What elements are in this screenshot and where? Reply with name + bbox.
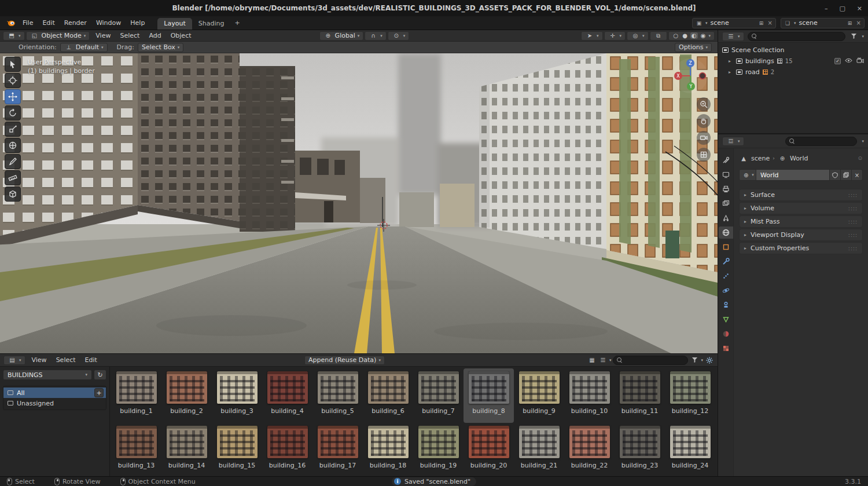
browse-world-button[interactable]: ⊕▾ <box>739 169 756 181</box>
add-workspace-button[interactable]: + <box>230 18 244 28</box>
menu-item[interactable]: Help <box>126 18 149 28</box>
asset-tile[interactable]: building_24 <box>665 423 715 476</box>
workspace-tab[interactable]: Shading <box>192 18 231 30</box>
tab-object-data[interactable] <box>719 313 733 326</box>
drag-handle-icon[interactable]: :::: <box>848 246 858 251</box>
shading-material-button[interactable]: ◐ <box>690 32 698 39</box>
expander-icon[interactable]: ▸ <box>729 59 733 64</box>
annotate-tool[interactable] <box>5 154 21 169</box>
catalog-item[interactable]: Unassigned <box>3 398 106 408</box>
asset-tile[interactable]: building_4 <box>262 368 312 423</box>
select-box-tool[interactable] <box>5 57 21 72</box>
xray-toggle[interactable]: ⧉ <box>650 31 667 41</box>
outliner-editor-type-button[interactable]: ☰▾ <box>722 32 744 41</box>
shading-solid-button[interactable]: ● <box>681 32 689 39</box>
outliner-row-buildings[interactable]: ▸ buildings 15 ✓ <box>719 56 867 67</box>
asset-tile[interactable]: building_3 <box>212 368 262 423</box>
measure-tool[interactable] <box>5 170 21 185</box>
viewport-menu-item[interactable]: Object <box>166 31 196 41</box>
properties-section[interactable]: ▸ Surface :::: <box>739 189 863 201</box>
shading-wireframe-button[interactable]: ○ <box>672 32 680 39</box>
outliner-filter-icon[interactable] <box>849 32 858 41</box>
proportional-edit-dropdown[interactable]: ⊙▾ <box>388 31 410 41</box>
tab-scene[interactable] <box>719 212 733 224</box>
navigation-gizmo[interactable]: Z X Y <box>672 58 708 94</box>
gizmos-dropdown[interactable]: ✛▾ <box>604 31 626 41</box>
minimize-button[interactable]: – <box>825 5 828 12</box>
close-button[interactable]: × <box>857 5 862 12</box>
breadcrumb-world[interactable]: World <box>790 155 808 162</box>
overlays-dropdown[interactable]: ◎▾ <box>627 31 649 41</box>
asset-tile[interactable]: building_22 <box>564 423 615 476</box>
asset-search[interactable] <box>613 356 688 365</box>
menu-item[interactable]: Edit <box>38 18 59 28</box>
viewport-menu-item[interactable]: View <box>91 31 115 41</box>
asset-tile[interactable]: building_9 <box>514 368 564 423</box>
tab-world[interactable] <box>719 226 733 239</box>
asset-tile[interactable]: building_17 <box>312 423 363 476</box>
catalog-item[interactable]: All <box>3 388 106 398</box>
viewport-menu-item[interactable]: Select <box>115 31 144 41</box>
world-name-field[interactable]: World <box>756 169 830 181</box>
unlink-icon[interactable]: × <box>852 169 863 181</box>
tab-modifiers[interactable] <box>719 255 733 268</box>
asset-tile[interactable]: building_18 <box>363 423 413 476</box>
options-dropdown[interactable]: Options▾ <box>675 43 712 52</box>
transform-orientation-dropdown[interactable]: ⊕Global▾ <box>319 31 364 41</box>
move-tool[interactable] <box>5 89 21 104</box>
asset-tile[interactable]: building_12 <box>665 368 715 423</box>
workspace-tab[interactable]: Layout <box>157 18 192 30</box>
expander-icon[interactable]: ▸ <box>729 70 733 75</box>
drag-handle-icon[interactable]: :::: <box>848 232 858 238</box>
outliner-search[interactable] <box>748 32 846 41</box>
tab-view-layer[interactable] <box>719 198 733 210</box>
scene-selector[interactable]: ▣ ▾ scene ⊞ × <box>692 18 776 28</box>
asset-tile[interactable]: building_23 <box>615 423 665 476</box>
asset-tile[interactable]: building_19 <box>413 423 464 476</box>
outliner-row-scene-collection[interactable]: Scene Collection <box>719 45 867 56</box>
hide-eye-icon[interactable] <box>845 57 852 65</box>
viewport-3d[interactable]: ⬒▾ ◱Object Mode▾ ViewSelectAddObject ⊕Gl… <box>0 30 718 353</box>
properties-options-icon[interactable]: ▾ <box>862 139 864 144</box>
asset-tile[interactable]: building_5 <box>312 368 363 423</box>
add-catalog-button[interactable]: + <box>94 388 104 397</box>
tab-render[interactable] <box>719 169 733 181</box>
asset-tile[interactable]: building_11 <box>615 368 665 423</box>
outliner-row-road[interactable]: ▸ road 2 <box>719 67 867 78</box>
shading-rendered-button[interactable]: ◉ <box>700 32 707 39</box>
drag-handle-icon[interactable]: :::: <box>848 192 858 198</box>
viewport-menu-item[interactable]: Add <box>144 31 165 41</box>
asset-tile[interactable]: building_10 <box>564 368 615 423</box>
properties-section[interactable]: ▸ Mist Pass :::: <box>739 215 863 228</box>
viewport-canvas[interactable]: User Perspective (1) buildings | border <box>0 53 718 353</box>
tab-physics[interactable] <box>719 284 733 297</box>
drag-handle-icon[interactable]: :::: <box>848 219 858 225</box>
pan-hand-icon[interactable] <box>697 114 711 128</box>
object-visibility-dropdown[interactable]: ➤▾ <box>581 31 603 41</box>
display-size-icon[interactable]: ▦ <box>587 356 597 364</box>
properties-section[interactable]: ▸ Viewport Display :::: <box>739 229 863 241</box>
add-primitive-tool[interactable] <box>5 187 21 202</box>
tab-constraints[interactable] <box>719 299 733 311</box>
orientation-dropdown[interactable]: ⟂Default▾ <box>60 43 108 52</box>
properties-editor-type-button[interactable]: ☲▾ <box>722 137 744 146</box>
pin-icon[interactable]: ⊙ <box>858 155 863 161</box>
asset-tile[interactable]: building_7 <box>413 368 464 423</box>
new-layer-icon[interactable]: ⊞ <box>847 20 854 27</box>
asset-menu-item[interactable]: Edit <box>80 355 102 365</box>
zoom-icon[interactable] <box>697 97 711 111</box>
mode-dropdown[interactable]: ◱Object Mode▾ <box>26 31 90 41</box>
refresh-library-button[interactable]: ↻ <box>94 370 106 380</box>
tab-object[interactable] <box>719 241 733 253</box>
tab-texture[interactable] <box>719 342 733 355</box>
menu-item[interactable]: Window <box>91 18 126 28</box>
asset-tile[interactable]: building_8 <box>464 368 514 423</box>
asset-tile[interactable]: building_2 <box>161 368 212 423</box>
new-copy-icon[interactable] <box>841 169 852 181</box>
maximize-button[interactable]: ▢ <box>839 5 845 12</box>
unlink-scene-icon[interactable]: × <box>768 20 773 26</box>
asset-library-dropdown[interactable]: BUILDINGS▾ <box>3 370 92 380</box>
asset-tile[interactable]: building_21 <box>514 423 564 476</box>
properties-section[interactable]: ▸ Custom Properties :::: <box>739 242 863 254</box>
asset-tile[interactable]: building_15 <box>212 423 262 476</box>
